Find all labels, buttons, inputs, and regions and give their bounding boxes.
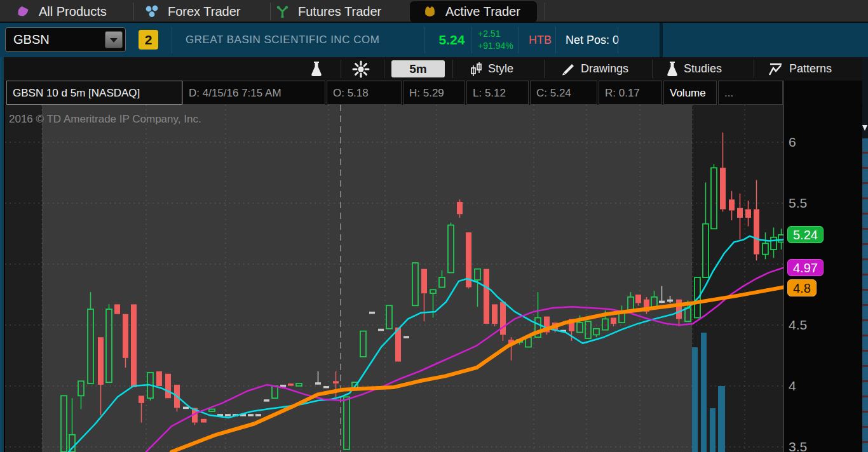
right-scroll-strip[interactable] [862,57,868,452]
ohlc-cell: R: 0.17 [599,81,662,105]
pattern-w-icon [768,62,784,77]
tab-separator [133,3,134,20]
toolbar-separator [544,60,545,78]
thinkorswim-window: All Products Forex Trader Futures Trader… [0,0,868,452]
toolbar-separator [452,60,453,78]
tab-separator [545,3,545,20]
tab-forex-trader[interactable]: Forex Trader [144,0,240,23]
last-price: 5.24 [432,23,471,57]
tab-all-products[interactable]: All Products [16,0,107,23]
company-name: GREAT BASIN SCIENTIFIC INC COM [186,23,379,57]
quick-study-button[interactable] [310,57,323,81]
axis-price-label: 4.5 [789,317,807,333]
chart-title-cell[interactable]: GBSN 10 d 5m [NASDAQ] [6,81,182,105]
ohlc-cell: H: 5.29 [403,81,465,105]
flask-icon [666,61,679,77]
candlestick-chart[interactable] [5,105,783,452]
ohlc-cell: C: 5.24 [530,81,597,105]
chart-toolbar: 5m Style Drawings Studies [0,57,868,81]
pencil-icon [560,62,576,77]
gear-icon [352,60,370,78]
divider [172,27,172,53]
ohlc-cell: O: 5.18 [327,81,402,105]
all-products-icon [16,4,31,18]
divider [518,27,519,53]
tab-label: Forex Trader [168,4,240,19]
axis-price-label: 3.5 [789,439,807,452]
price-change: +2.51 +91.94% [478,28,513,52]
divider [555,27,556,53]
symbol-dropdown-button[interactable] [105,31,123,48]
shares-badge[interactable]: 2 [139,30,158,50]
axis-price-label: 5.5 [789,196,807,211]
studies-label: Studies [684,62,722,76]
studies-button[interactable]: Studies [666,57,722,81]
ohlc-cell: L: 5.12 [466,81,529,105]
active-trader-icon [423,4,437,18]
left-edge-strip [0,57,4,452]
divider [424,27,425,53]
tab-label: Futures Trader [298,4,381,19]
ladder-edge [862,138,868,452]
toolbar-separator [652,60,653,78]
symbol-bar: GBSN 2 GREAT BASIN SCIENTIFIC INC COM 5.… [0,23,868,57]
drawings-label: Drawings [581,62,628,76]
price-badge: 5.24 [787,226,824,243]
forex-icon [144,4,159,18]
divider [618,27,618,53]
chevron-down-icon [110,38,118,43]
symbol-input[interactable]: GBSN [5,27,126,52]
toolbar-separator [341,60,341,78]
axis-price-label: 6 [789,135,796,150]
style-button[interactable]: Style [470,57,513,81]
tab-separator [270,3,271,20]
price-axis[interactable]: 65.54.543.55.244.974.8 [783,81,862,452]
symbol-text: GBSN [13,32,50,46]
scroll-arrow-icon[interactable] [862,125,867,131]
futures-icon [275,4,290,18]
axis-price-label: 4 [789,378,796,394]
flask-icon [310,61,323,77]
toolbar-separator [384,60,384,78]
patterns-label: Patterns [789,62,832,76]
volume-study-cell[interactable]: Volume [663,81,717,105]
ohlc-cell: ... [718,81,783,105]
chart-plot[interactable]: 2016 © TD Ameritrade IP Company, Inc. [5,105,783,452]
tab-label: All Products [39,4,107,19]
tab-active-trader[interactable]: Active Trader [423,0,520,23]
settings-button[interactable] [352,57,370,81]
divider [471,27,472,53]
change-value: +2.51 [478,28,513,40]
pane-notch [660,23,663,57]
timeframe-button[interactable]: 5m [391,60,445,77]
ohlc-cell: D: 4/15/16 7:15 AM [182,81,325,105]
style-label: Style [488,62,513,76]
copyright-text: 2016 © TD Ameritrade IP Company, Inc. [9,113,201,126]
net-position: Net Pos: 0 [566,23,619,57]
htb-flag: HTB [526,23,554,57]
change-percent: +91.94% [478,40,513,52]
patterns-button[interactable]: Patterns [768,57,832,81]
top-tab-bar: All Products Forex Trader Futures Trader… [0,0,868,23]
tab-label: Active Trader [445,4,520,19]
toolbar-separator [754,60,754,78]
chart-header-row: GBSN 10 d 5m [NASDAQ]D: 4/15/16 7:15 AMO… [0,81,868,105]
price-badge: 4.97 [787,259,824,276]
tab-futures-trader[interactable]: Futures Trader [275,0,381,23]
candlestick-icon [470,62,483,77]
price-badge: 4.8 [787,279,817,296]
drawings-button[interactable]: Drawings [560,57,628,81]
